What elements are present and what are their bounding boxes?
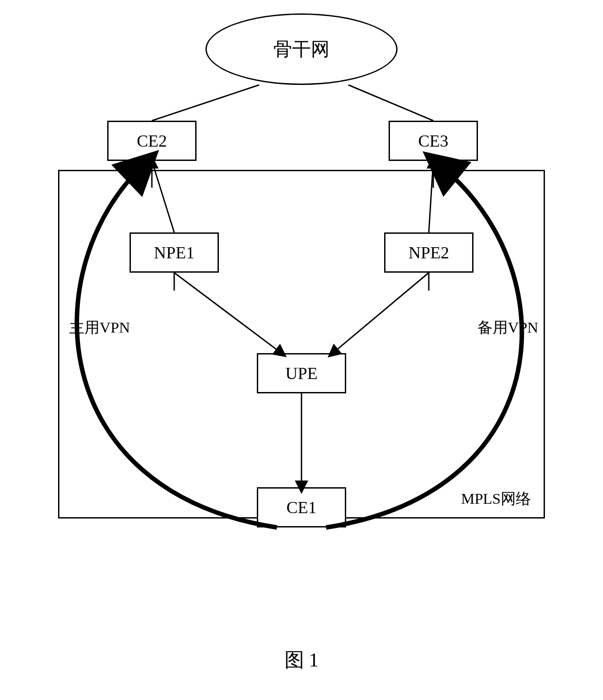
diagram: 骨干网 MPLS网络 主用VPN 备用VPN CE2 CE3 NPE1 NPE2… (0, 0, 603, 700)
svg-line-3 (348, 85, 433, 121)
ce3-node: CE3 (389, 121, 478, 161)
ce3-label: CE3 (418, 131, 448, 151)
mpls-network: MPLS网络 (58, 170, 545, 519)
backup-vpn-label: 备用VPN (477, 317, 538, 338)
npe2-label: NPE2 (409, 243, 449, 262)
upe-label: UPE (285, 363, 318, 383)
ce2-label: CE2 (137, 131, 167, 151)
ce1-label: CE1 (286, 498, 317, 517)
npe1-label: NPE1 (154, 243, 195, 262)
ce2-node: CE2 (107, 121, 197, 161)
backbone-node: 骨干网 (205, 13, 398, 85)
upe-node: UPE (257, 353, 346, 393)
backbone-label: 骨干网 (273, 37, 330, 62)
figure-caption: 图 1 (0, 647, 603, 673)
ce1-node: CE1 (257, 487, 346, 527)
svg-line-2 (152, 85, 259, 121)
npe2-node: NPE2 (384, 232, 473, 273)
primary-vpn-label: 主用VPN (69, 317, 130, 338)
npe1-node: NPE1 (130, 232, 219, 273)
mpls-label: MPLS网络 (461, 489, 531, 509)
